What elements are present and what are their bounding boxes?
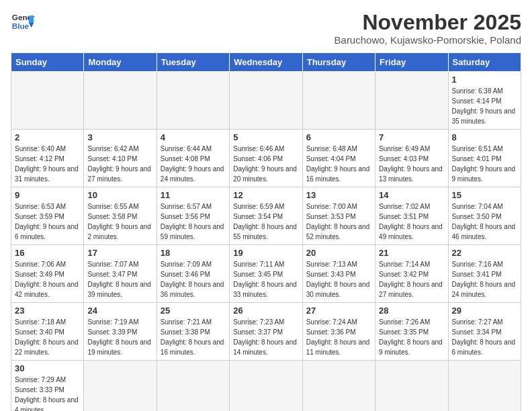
day-cell-7: 7 Sunrise: 6:49 AMSunset: 4:03 PMDayligh… [375, 130, 448, 187]
day-info: Sunrise: 6:53 AMSunset: 3:59 PMDaylight:… [15, 203, 79, 240]
day-number: 16 [15, 248, 80, 258]
day-info: Sunrise: 6:57 AMSunset: 3:56 PMDaylight:… [161, 203, 224, 240]
day-info: Sunrise: 6:55 AMSunset: 3:58 PMDaylight:… [87, 203, 151, 240]
day-cell-23: 23 Sunrise: 7:18 AMSunset: 3:40 PMDaylig… [11, 303, 84, 361]
day-info: Sunrise: 6:44 AMSunset: 4:08 PMDaylight:… [161, 145, 224, 183]
day-info: Sunrise: 7:04 AMSunset: 3:50 PMDaylight:… [452, 203, 516, 240]
day-number: 26 [233, 306, 298, 316]
logo-icon: General Blue [11, 11, 35, 35]
empty-cell [230, 72, 302, 130]
day-info: Sunrise: 7:16 AMSunset: 3:41 PMDaylight:… [452, 261, 516, 298]
calendar-row: 2 Sunrise: 6:40 AMSunset: 4:12 PMDayligh… [11, 130, 521, 187]
day-cell-25: 25 Sunrise: 7:21 AMSunset: 3:38 PMDaylig… [157, 303, 229, 361]
day-info: Sunrise: 7:18 AMSunset: 3:40 PMDaylight:… [15, 318, 79, 356]
calendar-row: 30 Sunrise: 7:29 AMSunset: 3:33 PMDaylig… [11, 361, 521, 411]
day-cell-28: 28 Sunrise: 7:26 AMSunset: 3:35 PMDaylig… [375, 303, 448, 361]
day-number: 17 [87, 248, 152, 258]
day-cell-27: 27 Sunrise: 7:24 AMSunset: 3:36 PMDaylig… [302, 303, 375, 361]
day-info: Sunrise: 7:14 AMSunset: 3:42 PMDaylight:… [379, 261, 443, 298]
day-cell-19: 19 Sunrise: 7:11 AMSunset: 3:45 PMDaylig… [230, 245, 302, 303]
day-number: 23 [15, 306, 80, 316]
day-cell-10: 10 Sunrise: 6:55 AMSunset: 3:58 PMDaylig… [84, 187, 157, 245]
day-info: Sunrise: 6:51 AMSunset: 4:01 PMDaylight:… [452, 145, 516, 183]
day-cell-3: 3 Sunrise: 6:42 AMSunset: 4:10 PMDayligh… [84, 130, 157, 187]
day-number: 27 [306, 306, 371, 316]
day-cell-12: 12 Sunrise: 6:59 AMSunset: 3:54 PMDaylig… [230, 187, 302, 245]
calendar-row: 1 Sunrise: 6:38 AMSunset: 4:14 PMDayligh… [11, 72, 521, 130]
col-sunday: Sunday [11, 53, 84, 72]
day-number: 19 [233, 248, 298, 258]
day-info: Sunrise: 7:27 AMSunset: 3:34 PMDaylight:… [452, 318, 516, 356]
day-number: 7 [379, 132, 444, 142]
day-number: 9 [15, 190, 80, 200]
day-cell-14: 14 Sunrise: 7:02 AMSunset: 3:51 PMDaylig… [375, 187, 448, 245]
day-cell-30: 30 Sunrise: 7:29 AMSunset: 3:33 PMDaylig… [11, 361, 84, 411]
empty-cell [375, 72, 448, 130]
day-number: 13 [306, 190, 371, 200]
day-info: Sunrise: 7:19 AMSunset: 3:39 PMDaylight:… [87, 318, 151, 356]
day-cell-29: 29 Sunrise: 7:27 AMSunset: 3:34 PMDaylig… [448, 303, 521, 361]
day-number: 24 [87, 306, 152, 316]
day-cell-22: 22 Sunrise: 7:16 AMSunset: 3:41 PMDaylig… [448, 245, 521, 303]
day-cell-16: 16 Sunrise: 7:06 AMSunset: 3:49 PMDaylig… [11, 245, 84, 303]
day-number: 1 [452, 75, 517, 85]
svg-marker-2 [29, 15, 34, 23]
col-monday: Monday [84, 53, 157, 72]
calendar-row: 9 Sunrise: 6:53 AMSunset: 3:59 PMDayligh… [11, 187, 521, 245]
empty-cell [84, 72, 157, 130]
day-cell-26: 26 Sunrise: 7:23 AMSunset: 3:37 PMDaylig… [230, 303, 302, 361]
day-number: 12 [233, 190, 298, 200]
empty-cell [157, 361, 229, 411]
day-number: 10 [87, 190, 152, 200]
day-info: Sunrise: 7:13 AMSunset: 3:43 PMDaylight:… [306, 261, 370, 298]
col-tuesday: Tuesday [157, 53, 229, 72]
day-info: Sunrise: 7:02 AMSunset: 3:51 PMDaylight:… [379, 203, 443, 240]
col-thursday: Thursday [302, 53, 375, 72]
svg-text:Blue: Blue [12, 21, 30, 30]
calendar-row: 23 Sunrise: 7:18 AMSunset: 3:40 PMDaylig… [11, 303, 521, 361]
day-cell-17: 17 Sunrise: 7:07 AMSunset: 3:47 PMDaylig… [84, 245, 157, 303]
title-area: November 2025 Baruchowo, Kujawsko-Pomors… [335, 11, 521, 46]
day-cell-9: 9 Sunrise: 6:53 AMSunset: 3:59 PMDayligh… [11, 187, 84, 245]
empty-cell [11, 72, 84, 130]
calendar-table: Sunday Monday Tuesday Wednesday Thursday… [11, 52, 521, 411]
day-cell-11: 11 Sunrise: 6:57 AMSunset: 3:56 PMDaylig… [157, 187, 229, 245]
day-cell-5: 5 Sunrise: 6:46 AMSunset: 4:06 PMDayligh… [230, 130, 302, 187]
day-number: 18 [161, 248, 226, 258]
day-info: Sunrise: 7:06 AMSunset: 3:49 PMDaylight:… [15, 261, 79, 298]
day-number: 25 [161, 306, 226, 316]
day-info: Sunrise: 7:24 AMSunset: 3:36 PMDaylight:… [306, 318, 370, 356]
day-info: Sunrise: 7:29 AMSunset: 3:33 PMDaylight:… [15, 376, 79, 411]
day-cell-20: 20 Sunrise: 7:13 AMSunset: 3:43 PMDaylig… [302, 245, 375, 303]
day-cell-6: 6 Sunrise: 6:48 AMSunset: 4:04 PMDayligh… [302, 130, 375, 187]
day-number: 6 [306, 132, 371, 142]
day-info: Sunrise: 6:42 AMSunset: 4:10 PMDaylight:… [87, 145, 151, 183]
day-cell-13: 13 Sunrise: 7:00 AMSunset: 3:53 PMDaylig… [302, 187, 375, 245]
page-header: General Blue November 2025 Baruchowo, Ku… [11, 11, 521, 46]
empty-cell [157, 72, 229, 130]
empty-cell [448, 361, 521, 411]
day-info: Sunrise: 6:38 AMSunset: 4:14 PMDaylight:… [452, 87, 516, 125]
day-cell-8: 8 Sunrise: 6:51 AMSunset: 4:01 PMDayligh… [448, 130, 521, 187]
day-info: Sunrise: 7:11 AMSunset: 3:45 PMDaylight:… [233, 261, 297, 298]
day-info: Sunrise: 6:46 AMSunset: 4:06 PMDaylight:… [233, 145, 297, 183]
day-info: Sunrise: 7:09 AMSunset: 3:46 PMDaylight:… [161, 261, 224, 298]
day-number: 5 [233, 132, 298, 142]
day-cell-15: 15 Sunrise: 7:04 AMSunset: 3:50 PMDaylig… [448, 187, 521, 245]
day-cell-18: 18 Sunrise: 7:09 AMSunset: 3:46 PMDaylig… [157, 245, 229, 303]
day-info: Sunrise: 6:48 AMSunset: 4:04 PMDaylight:… [306, 145, 370, 183]
day-number: 22 [452, 248, 517, 258]
day-info: Sunrise: 6:59 AMSunset: 3:54 PMDaylight:… [233, 203, 297, 240]
day-cell-21: 21 Sunrise: 7:14 AMSunset: 3:42 PMDaylig… [375, 245, 448, 303]
day-info: Sunrise: 7:21 AMSunset: 3:38 PMDaylight:… [161, 318, 224, 356]
day-cell-2: 2 Sunrise: 6:40 AMSunset: 4:12 PMDayligh… [11, 130, 84, 187]
day-number: 3 [87, 132, 152, 142]
day-number: 30 [15, 363, 80, 373]
day-info: Sunrise: 7:07 AMSunset: 3:47 PMDaylight:… [87, 261, 151, 298]
logo: General Blue [11, 11, 35, 35]
day-number: 2 [15, 132, 80, 142]
empty-cell [230, 361, 302, 411]
day-cell-1: 1 Sunrise: 6:38 AMSunset: 4:14 PMDayligh… [448, 72, 521, 130]
day-info: Sunrise: 7:00 AMSunset: 3:53 PMDaylight:… [306, 203, 370, 240]
empty-cell [375, 361, 448, 411]
